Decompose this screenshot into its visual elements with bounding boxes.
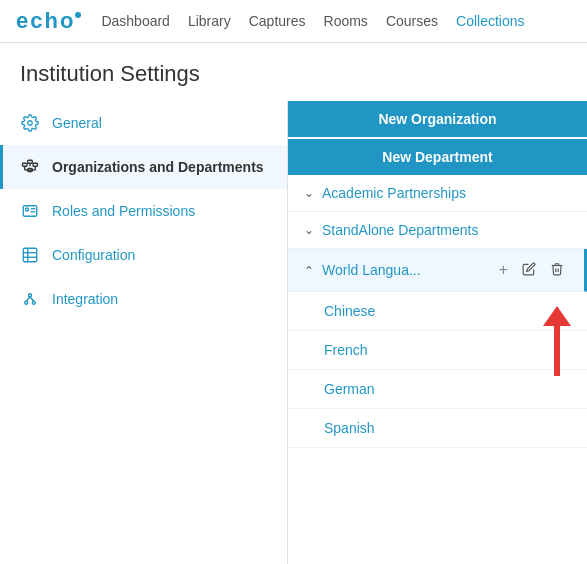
organizations-icon [20, 157, 40, 177]
sidebar-label-integration: Integration [52, 291, 118, 307]
svg-rect-14 [23, 248, 37, 262]
sub-item-spanish[interactable]: Spanish [288, 409, 587, 448]
configuration-icon [20, 245, 40, 265]
new-org-row: New Organization [288, 101, 587, 137]
svg-rect-1 [23, 163, 28, 166]
svg-rect-10 [23, 206, 37, 217]
svg-point-20 [29, 294, 32, 297]
svg-point-0 [28, 121, 33, 126]
chevron-down-icon-2: ⌄ [304, 223, 314, 237]
sidebar-label-configuration: Configuration [52, 247, 135, 263]
sidebar-item-roles[interactable]: Roles and Permissions [0, 189, 287, 233]
tree-world-languages[interactable]: ⌄ World Langua... + [288, 249, 587, 292]
sidebar-label-roles: Roles and Permissions [52, 203, 195, 219]
sidebar-label-organizations: Organizations and Departments [52, 159, 264, 175]
spanish-label: Spanish [324, 420, 375, 436]
gear-icon [20, 113, 40, 133]
world-languages-label: World Langua... [322, 262, 421, 278]
content-area: New Organization New Department ⌄ Academ… [288, 101, 587, 564]
page-title: Institution Settings [0, 43, 587, 101]
svg-line-21 [26, 297, 30, 302]
svg-rect-3 [33, 163, 38, 166]
sidebar-label-general: General [52, 115, 102, 131]
sidebar: General Organizations and Departments [0, 101, 288, 564]
chevron-down-icon: ⌄ [304, 186, 314, 200]
header: e c h o Dashboard Library Captures Rooms… [0, 0, 587, 43]
sidebar-item-integration[interactable]: Integration [0, 277, 287, 321]
sub-item-chinese[interactable]: Chinese [288, 292, 587, 331]
roles-icon [20, 201, 40, 221]
new-dept-button[interactable]: New Department [288, 139, 587, 175]
academic-partnerships-label: Academic Partnerships [322, 185, 466, 201]
svg-point-19 [32, 301, 35, 304]
nav-library[interactable]: Library [188, 13, 231, 29]
tree-actions: + [495, 259, 568, 281]
nav-courses[interactable]: Courses [386, 13, 438, 29]
integration-icon [20, 289, 40, 309]
edit-item-button[interactable] [518, 260, 540, 281]
nav-captures[interactable]: Captures [249, 13, 306, 29]
svg-point-11 [26, 208, 29, 211]
sub-item-french[interactable]: French [288, 331, 587, 370]
svg-rect-2 [28, 160, 33, 163]
add-item-button[interactable]: + [495, 259, 512, 281]
nav-collections[interactable]: Collections [456, 13, 524, 29]
new-org-button[interactable]: New Organization [288, 101, 587, 137]
sidebar-item-general[interactable]: General [0, 101, 287, 145]
sidebar-item-configuration[interactable]: Configuration [0, 233, 287, 277]
french-label: French [324, 342, 368, 358]
tree-academic-partnerships[interactable]: ⌄ Academic Partnerships [288, 175, 587, 212]
logo: e c h o [16, 8, 81, 34]
sub-item-german[interactable]: German [288, 370, 587, 409]
german-label: German [324, 381, 375, 397]
new-dept-row: New Department [288, 139, 587, 175]
svg-line-22 [30, 297, 34, 302]
svg-point-18 [25, 301, 28, 304]
delete-item-button[interactable] [546, 260, 568, 281]
nav-rooms[interactable]: Rooms [324, 13, 368, 29]
tree-standalone-departments[interactable]: ⌄ StandAlone Departments [288, 212, 587, 249]
nav: Dashboard Library Captures Rooms Courses… [101, 13, 524, 29]
logo-dot [75, 12, 81, 18]
chinese-label: Chinese [324, 303, 375, 319]
sidebar-item-organizations[interactable]: Organizations and Departments [0, 145, 287, 189]
chevron-up-icon: ⌄ [304, 263, 314, 277]
main-layout: General Organizations and Departments [0, 101, 587, 564]
standalone-departments-label: StandAlone Departments [322, 222, 478, 238]
nav-dashboard[interactable]: Dashboard [101, 13, 170, 29]
